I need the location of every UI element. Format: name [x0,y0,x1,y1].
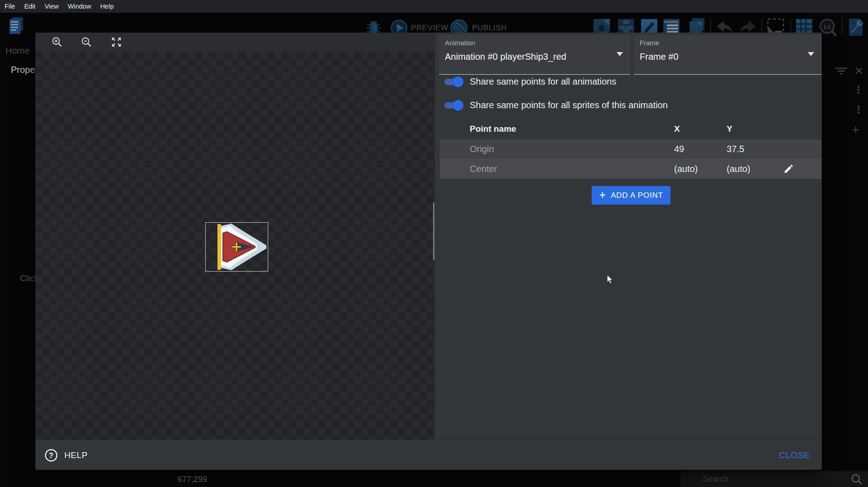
animation-select[interactable]: Animation Animation #0 playerShip3_red [439,35,630,75]
object-search-box [680,471,868,487]
menu-edit[interactable]: Edit [23,3,36,10]
frame-select[interactable]: Frame Frame #0 [634,35,821,75]
menu-bar: File Edit View Window Help [0,0,868,13]
add-a-point-button[interactable]: + ADD A POINT [592,186,670,205]
edit-points-dialog: Animation Animation #0 playerShip3_red F… [35,33,822,470]
frame-select-value: Frame #0 [640,52,679,62]
column-point-name: Point name [470,124,516,134]
close-panel-icon[interactable]: ✕ [854,65,863,77]
point-row-origin[interactable]: Origin 49 37.5 [440,139,821,159]
menu-file[interactable]: File [4,3,16,10]
column-y: Y [727,124,733,134]
more-options-icon[interactable]: ⋮ [854,104,863,116]
fit-to-view-expand-icon[interactable] [109,34,124,50]
help-button[interactable]: ? HELP [44,440,87,470]
menu-window[interactable]: Window [67,3,92,10]
toolbar-divider [842,18,843,35]
dialog-bottom-bar: ? HELP CLOSE [35,439,822,470]
close-label: CLOSE [779,450,810,460]
points-table-header: Point name X Y [440,123,821,135]
application-window: File Edit View Window Help P [0,0,868,487]
close-button[interactable]: CLOSE [779,440,810,470]
chevron-down-icon [617,52,623,56]
help-label: HELP [64,450,87,460]
share-points-all-animations-toggle[interactable] [443,76,463,88]
help-icon: ? [44,449,58,462]
animation-select-label: Animation [445,39,475,47]
canvas-scrollbar-thumb[interactable] [433,202,434,260]
menu-view[interactable]: View [43,3,59,10]
animation-select-value: Animation #0 playerShip3_red [445,52,566,62]
mouse-cursor [607,275,613,284]
sprite-canvas-toolbar [35,33,435,52]
point-row-center[interactable]: Center (auto) (auto) [440,159,821,179]
column-x: X [674,124,680,134]
project-settings-wrench-icon[interactable] [846,18,864,37]
search-icon [851,473,863,485]
tab-properties-partial[interactable]: Proper [11,65,38,75]
project-manager-icon[interactable] [8,16,24,35]
plus-icon: + [599,189,606,201]
point-name: Origin [470,144,494,154]
filter-icon[interactable] [834,67,848,75]
point-y-value[interactable]: 37.5 [727,144,744,154]
svg-text:1:1: 1:1 [824,24,831,29]
more-options-icon[interactable]: ⋮ [854,84,863,96]
add-icon[interactable]: + [852,122,860,138]
zoom-out-icon[interactable] [79,34,94,50]
point-x-value[interactable]: 49 [674,144,684,154]
player-ship-sprite [206,223,268,271]
points-side-panel: Animation Animation #0 playerShip3_red F… [435,33,822,439]
sprite-selection-box[interactable] [205,222,268,272]
share-points-all-sprites-toggle[interactable] [443,100,463,111]
zoom-in-icon[interactable] [49,34,65,50]
cursor-coordinates: 677;299 [178,475,207,484]
menu-help[interactable]: Help [99,3,115,10]
point-name: Center [470,164,497,174]
edit-pencil-icon[interactable] [783,163,794,174]
chevron-down-icon [808,52,814,56]
publish-button-label[interactable]: PUBLISH [472,24,507,33]
add-a-point-label: ADD A POINT [611,191,663,200]
share-points-all-sprites-label: Share same points for all sprites of thi… [470,100,668,110]
search-input[interactable] [702,474,839,484]
tab-home[interactable]: Home [5,46,29,56]
svg-text:?: ? [49,451,53,459]
frame-select-label: Frame [640,39,659,47]
point-y-value[interactable]: (auto) [727,164,750,174]
preview-button-label[interactable]: PREVIEW [411,24,448,33]
point-x-value[interactable]: (auto) [674,164,698,174]
share-points-all-animations-label: Share same points for all animations [470,76,617,87]
